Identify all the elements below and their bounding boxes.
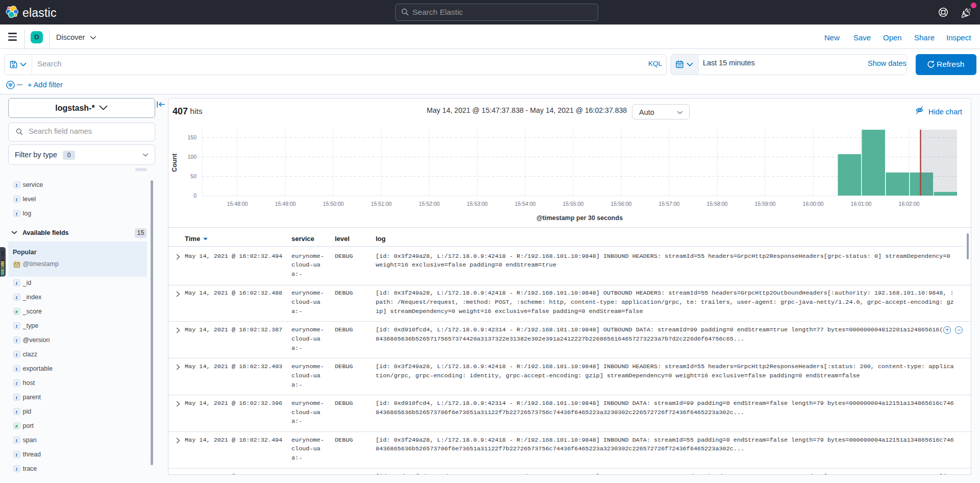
svg-text:15:52:00: 15:52:00 (419, 201, 440, 207)
svg-text:16:00:00: 16:00:00 (803, 201, 824, 207)
svg-text:50: 50 (190, 173, 197, 179)
svg-text:@timestamp per 30 seconds: @timestamp per 30 seconds (536, 214, 623, 222)
svg-text:15:51:00: 15:51:00 (371, 201, 392, 207)
svg-text:150: 150 (187, 134, 197, 140)
svg-text:15:58:00: 15:58:00 (707, 201, 728, 207)
svg-text:15:48:00: 15:48:00 (227, 201, 248, 207)
svg-text:15:53:00: 15:53:00 (467, 201, 488, 207)
svg-text:15:59:00: 15:59:00 (755, 201, 776, 207)
svg-text:15:57:00: 15:57:00 (659, 201, 680, 207)
svg-text:15:54:00: 15:54:00 (515, 201, 536, 207)
svg-text:15:49:00: 15:49:00 (275, 201, 296, 207)
svg-text:16:02:00: 16:02:00 (899, 201, 920, 207)
svg-text:Count: Count (172, 153, 179, 172)
svg-text:16:01:00: 16:01:00 (851, 201, 872, 207)
svg-text:100: 100 (187, 154, 197, 160)
svg-text:15:56:00: 15:56:00 (611, 201, 632, 207)
svg-text:15:50:00: 15:50:00 (323, 201, 344, 207)
svg-text:0: 0 (193, 192, 197, 199)
svg-text:15:55:00: 15:55:00 (563, 201, 584, 207)
